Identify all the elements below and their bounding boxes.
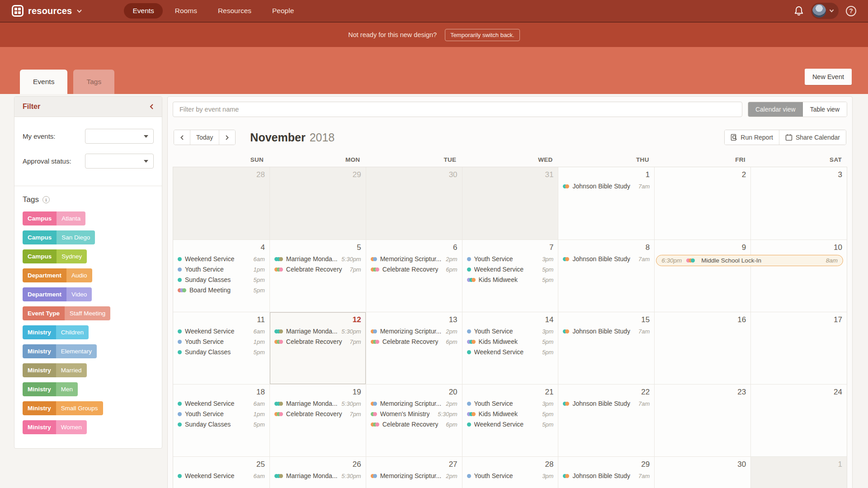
event-youth-service[interactable]: Youth Service3pm — [467, 255, 554, 263]
event-memorizing-scriptur[interactable]: Memorizing Scriptur...2pm — [371, 255, 458, 263]
day-cell-30[interactable]: 30 — [654, 457, 750, 488]
day-cell-29[interactable]: 29Johnson Bible Study7am — [558, 457, 654, 488]
event-johnson-bible-study[interactable]: Johnson Bible Study7am — [563, 183, 650, 190]
tag-ministry-children[interactable]: MinistryChildren — [23, 325, 89, 339]
event-celebrate-recovery[interactable]: Celebrate Recovery6pm — [371, 421, 458, 428]
event-marriage-monda[interactable]: Marriage Monda...5:30pm — [274, 400, 361, 408]
day-cell-10[interactable]: 10 — [750, 240, 847, 312]
day-cell-26[interactable]: 26Marriage Monda...5:30pm — [269, 457, 366, 488]
tag-ministry-men[interactable]: MinistryMen — [23, 382, 78, 396]
nav-item-events[interactable]: Events — [124, 3, 162, 19]
event-weekend-service[interactable]: Weekend Service5pm — [467, 421, 554, 428]
tag-campus-sydney[interactable]: CampusSydney — [23, 249, 87, 263]
event-weekend-service[interactable]: Weekend Service6am — [178, 472, 265, 480]
day-cell-11[interactable]: 11Weekend Service6amYouth Service1pmSund… — [173, 312, 269, 384]
event-johnson-bible-study[interactable]: Johnson Bible Study7am — [563, 400, 650, 408]
day-cell-out-28[interactable]: 28 — [173, 167, 269, 239]
day-cell-18[interactable]: 18Weekend Service6amYouth Service1pmSund… — [173, 385, 269, 456]
share-calendar-button[interactable]: Share Calendar — [779, 130, 846, 145]
app-logo[interactable]: resources — [12, 5, 82, 17]
event-celebrate-recovery[interactable]: Celebrate Recovery6pm — [371, 266, 458, 273]
event-weekend-service[interactable]: Weekend Service6am — [178, 328, 265, 335]
event-kids-midweek[interactable]: Kids Midweek5pm — [467, 276, 554, 284]
tag-campus-san-diego[interactable]: CampusSan Diego — [23, 230, 95, 244]
day-cell-20[interactable]: 20Memorizing Scriptur...2pmWomen's Minis… — [366, 385, 462, 456]
collapse-sidebar-button[interactable] — [149, 103, 154, 110]
day-cell-19[interactable]: 19Marriage Monda...5:30pmCelebrate Recov… — [269, 385, 366, 456]
event-marriage-monda[interactable]: Marriage Monda...5:30pm — [274, 328, 361, 335]
event-johnson-bible-study[interactable]: Johnson Bible Study7am — [563, 255, 650, 263]
day-cell-3[interactable]: 3 — [750, 167, 847, 239]
event-weekend-service[interactable]: Weekend Service5pm — [467, 348, 554, 356]
day-cell-17[interactable]: 17 — [750, 312, 847, 384]
day-cell-out-31[interactable]: 31 — [462, 167, 558, 239]
day-cell-4[interactable]: 4Weekend Service6amYouth Service1pmSunda… — [173, 240, 269, 312]
event-sunday-classes[interactable]: Sunday Classes5pm — [178, 276, 265, 284]
event-women-s-ministry[interactable]: Women's Ministry5:30pm — [371, 410, 458, 418]
run-report-button[interactable]: Run Report — [725, 130, 779, 145]
event-celebrate-recovery[interactable]: Celebrate Recovery7pm — [274, 338, 361, 346]
day-cell-23[interactable]: 23 — [654, 385, 750, 456]
event-weekend-service[interactable]: Weekend Service6am — [178, 400, 265, 408]
day-cell-8[interactable]: 8Johnson Bible Study7am — [558, 240, 654, 312]
day-cell-1[interactable]: 1Johnson Bible Study7am — [558, 167, 654, 239]
tab-tags[interactable]: Tags — [73, 70, 114, 94]
day-cell-out-1[interactable]: 1 — [750, 457, 847, 488]
event-marriage-monda[interactable]: Marriage Monda...5:30pm — [274, 472, 361, 480]
nav-item-resources[interactable]: Resources — [209, 3, 260, 19]
event-weekend-service[interactable]: Weekend Service6am — [178, 255, 265, 263]
event-celebrate-recovery[interactable]: Celebrate Recovery7pm — [274, 410, 361, 418]
new-event-button[interactable]: New Event — [805, 69, 852, 85]
today-button[interactable]: Today — [190, 130, 219, 145]
event-board-meeting[interactable]: Board Meeting5pm — [178, 286, 265, 294]
tab-events[interactable]: Events — [20, 70, 67, 94]
day-cell-28[interactable]: 28Youth Service3pm — [462, 457, 558, 488]
tag-ministry-elementary[interactable]: MinistryElementary — [23, 344, 97, 358]
approval-status-select[interactable] — [85, 154, 154, 169]
day-cell-25[interactable]: 25Weekend Service6am — [173, 457, 269, 488]
event-memorizing-scriptur[interactable]: Memorizing Scriptur...2pm — [371, 328, 458, 335]
event-celebrate-recovery[interactable]: Celebrate Recovery6pm — [371, 338, 458, 346]
event-youth-service[interactable]: Youth Service3pm — [467, 472, 554, 480]
day-cell-21[interactable]: 21Youth Service3pmKids Midweek5pmWeekend… — [462, 385, 558, 456]
account-menu[interactable] — [811, 3, 839, 19]
event-youth-service[interactable]: Youth Service3pm — [467, 328, 554, 335]
event-filter-input[interactable] — [173, 102, 742, 117]
event-celebrate-recovery[interactable]: Celebrate Recovery7pm — [274, 266, 361, 273]
notifications-bell-icon[interactable] — [794, 5, 804, 16]
event-memorizing-scriptur[interactable]: Memorizing Scriptur...2pm — [371, 400, 458, 408]
day-cell-7[interactable]: 7Youth Service3pmWeekend Service5pmKids … — [462, 240, 558, 312]
tag-event-type-staff-meeting[interactable]: Event TypeStaff Meeting — [23, 306, 110, 320]
event-kids-midweek[interactable]: Kids Midweek5pm — [467, 410, 554, 418]
tag-department-video[interactable]: DepartmentVideo — [23, 287, 92, 301]
day-cell-16[interactable]: 16 — [654, 312, 750, 384]
day-cell-out-30[interactable]: 30 — [366, 167, 462, 239]
event-kids-midweek[interactable]: Kids Midweek5pm — [467, 338, 554, 346]
tag-campus-atlanta[interactable]: CampusAtlanta — [23, 211, 85, 225]
day-cell-2[interactable]: 2 — [654, 167, 750, 239]
event-marriage-monda[interactable]: Marriage Monda...5:30pm — [274, 255, 361, 263]
event-sunday-classes[interactable]: Sunday Classes5pm — [178, 421, 265, 428]
day-cell-24[interactable]: 24 — [750, 385, 847, 456]
table-view-button[interactable]: Table view — [803, 102, 847, 117]
nav-item-rooms[interactable]: Rooms — [166, 3, 206, 19]
calendar-view-button[interactable]: Calendar view — [748, 102, 803, 117]
day-cell-14[interactable]: 14Youth Service3pmKids Midweek5pmWeekend… — [462, 312, 558, 384]
day-cell-22[interactable]: 22Johnson Bible Study7am — [558, 385, 654, 456]
nav-item-people[interactable]: People — [264, 3, 302, 19]
event-sunday-classes[interactable]: Sunday Classes5pm — [178, 348, 265, 356]
my-events-select[interactable] — [85, 129, 154, 144]
day-cell-15[interactable]: 15Johnson Bible Study7am — [558, 312, 654, 384]
info-icon[interactable]: i — [42, 196, 50, 203]
switch-back-button[interactable]: Temporarily switch back. — [445, 29, 520, 41]
day-cell-5[interactable]: 5Marriage Monda...5:30pmCelebrate Recove… — [269, 240, 366, 312]
event-youth-service[interactable]: Youth Service1pm — [178, 410, 265, 418]
event-johnson-bible-study[interactable]: Johnson Bible Study7am — [563, 472, 650, 480]
event-youth-service[interactable]: Youth Service3pm — [467, 400, 554, 408]
event-weekend-service[interactable]: Weekend Service5pm — [467, 266, 554, 273]
event-banner-middle-school-lock-in[interactable]: 6:30pmMiddle School Lock-In8am — [656, 255, 843, 266]
day-cell-13[interactable]: 13Memorizing Scriptur...2pmCelebrate Rec… — [366, 312, 462, 384]
tag-department-audio[interactable]: DepartmentAudio — [23, 268, 92, 282]
tag-ministry-women[interactable]: MinistryWomen — [23, 420, 87, 434]
tag-ministry-small-groups[interactable]: MinistrySmall Groups — [23, 401, 103, 415]
